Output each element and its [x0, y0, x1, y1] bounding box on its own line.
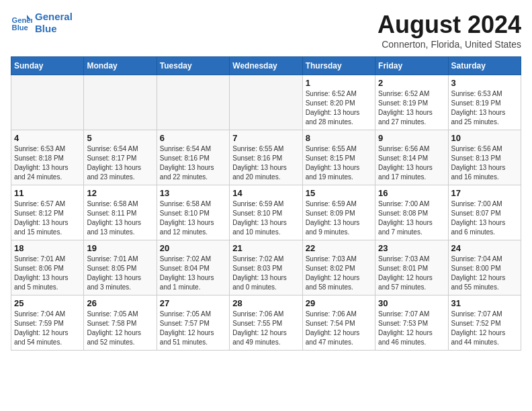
calendar-day-cell: 2Sunrise: 6:52 AMSunset: 8:19 PMDaylight…: [375, 75, 448, 130]
calendar-day-cell: 22Sunrise: 7:03 AMSunset: 8:02 PMDayligh…: [302, 240, 375, 295]
calendar-day-cell: 13Sunrise: 6:58 AMSunset: 8:10 PMDayligh…: [157, 185, 229, 240]
calendar-week-row: 18Sunrise: 7:01 AMSunset: 8:06 PMDayligh…: [11, 240, 521, 295]
calendar-day-cell: 7Sunrise: 6:55 AMSunset: 8:16 PMDaylight…: [230, 130, 302, 185]
calendar-day-cell: 25Sunrise: 7:04 AMSunset: 7:59 PMDayligh…: [11, 295, 84, 351]
day-info: Sunrise: 7:01 AMSunset: 8:05 PMDaylight:…: [87, 255, 153, 292]
day-number: 2: [378, 78, 445, 88]
day-info: Sunrise: 7:06 AMSunset: 7:55 PMDaylight:…: [232, 310, 299, 347]
day-info: Sunrise: 7:07 AMSunset: 7:53 PMDaylight:…: [378, 310, 445, 347]
calendar-day-cell: 9Sunrise: 6:56 AMSunset: 8:14 PMDaylight…: [375, 130, 448, 185]
calendar-day-cell: [11, 75, 84, 130]
day-info: Sunrise: 6:53 AMSunset: 8:18 PMDaylight:…: [14, 144, 81, 182]
day-info: Sunrise: 7:00 AMSunset: 8:07 PMDaylight:…: [451, 199, 518, 237]
calendar-day-cell: 23Sunrise: 7:03 AMSunset: 8:01 PMDayligh…: [375, 240, 448, 295]
day-number: 10: [451, 133, 518, 143]
svg-text:Blue: Blue: [12, 24, 28, 32]
calendar-day-cell: [230, 75, 302, 130]
calendar-day-cell: 31Sunrise: 7:07 AMSunset: 7:52 PMDayligh…: [448, 295, 521, 351]
day-info: Sunrise: 7:03 AMSunset: 8:01 PMDaylight:…: [378, 255, 445, 292]
day-info: Sunrise: 6:54 AMSunset: 8:17 PMDaylight:…: [87, 144, 153, 182]
day-number: 1: [306, 78, 372, 88]
calendar-day-cell: 5Sunrise: 6:54 AMSunset: 8:17 PMDaylight…: [84, 130, 157, 185]
calendar-day-cell: 4Sunrise: 6:53 AMSunset: 8:18 PMDaylight…: [11, 130, 84, 185]
svg-text:General: General: [12, 16, 32, 24]
calendar-day-cell: 19Sunrise: 7:01 AMSunset: 8:05 PMDayligh…: [84, 240, 157, 295]
calendar-day-cell: 10Sunrise: 6:56 AMSunset: 8:13 PMDayligh…: [448, 130, 521, 185]
logo-line2: Blue: [35, 23, 73, 35]
weekday-header-monday: Monday: [84, 57, 157, 75]
calendar-day-cell: 14Sunrise: 6:59 AMSunset: 8:10 PMDayligh…: [230, 185, 302, 240]
weekday-header-friday: Friday: [375, 57, 448, 75]
calendar-day-cell: [84, 75, 157, 130]
day-info: Sunrise: 6:52 AMSunset: 8:20 PMDaylight:…: [306, 89, 372, 127]
day-number: 6: [160, 133, 226, 143]
day-number: 26: [87, 298, 153, 308]
calendar-day-cell: 11Sunrise: 6:57 AMSunset: 8:12 PMDayligh…: [11, 185, 84, 240]
day-info: Sunrise: 7:05 AMSunset: 7:57 PMDaylight:…: [160, 310, 226, 347]
day-number: 13: [160, 188, 226, 198]
day-number: 29: [306, 298, 372, 308]
day-number: 17: [451, 188, 518, 198]
day-info: Sunrise: 6:55 AMSunset: 8:16 PMDaylight:…: [232, 144, 299, 182]
day-number: 30: [378, 298, 445, 308]
day-info: Sunrise: 6:54 AMSunset: 8:16 PMDaylight:…: [160, 144, 226, 182]
calendar-day-cell: 21Sunrise: 7:02 AMSunset: 8:03 PMDayligh…: [230, 240, 302, 295]
day-info: Sunrise: 6:56 AMSunset: 8:13 PMDaylight:…: [451, 144, 518, 182]
logo: General Blue General Blue: [11, 11, 73, 35]
calendar-day-cell: 3Sunrise: 6:53 AMSunset: 8:19 PMDaylight…: [448, 75, 521, 130]
weekday-header-sunday: Sunday: [11, 57, 84, 75]
day-number: 9: [378, 133, 445, 143]
calendar-day-cell: 26Sunrise: 7:05 AMSunset: 7:58 PMDayligh…: [84, 295, 157, 351]
weekday-header-saturday: Saturday: [448, 57, 521, 75]
calendar-day-cell: 24Sunrise: 7:04 AMSunset: 8:00 PMDayligh…: [448, 240, 521, 295]
day-info: Sunrise: 7:07 AMSunset: 7:52 PMDaylight:…: [451, 310, 518, 347]
logo-icon: General Blue: [11, 12, 32, 34]
day-info: Sunrise: 7:03 AMSunset: 8:02 PMDaylight:…: [306, 255, 372, 292]
day-number: 24: [451, 243, 518, 253]
day-info: Sunrise: 6:53 AMSunset: 8:19 PMDaylight:…: [451, 89, 518, 127]
day-info: Sunrise: 6:59 AMSunset: 8:10 PMDaylight:…: [232, 199, 299, 237]
day-number: 11: [14, 188, 81, 198]
day-info: Sunrise: 6:58 AMSunset: 8:11 PMDaylight:…: [87, 199, 153, 237]
day-info: Sunrise: 6:57 AMSunset: 8:12 PMDaylight:…: [14, 199, 81, 237]
calendar-day-cell: 20Sunrise: 7:02 AMSunset: 8:04 PMDayligh…: [157, 240, 229, 295]
day-info: Sunrise: 7:01 AMSunset: 8:06 PMDaylight:…: [14, 255, 81, 292]
day-number: 27: [160, 298, 226, 308]
month-year-title: August 2024: [378, 11, 521, 39]
day-number: 25: [14, 298, 81, 308]
day-number: 23: [378, 243, 445, 253]
calendar-day-cell: 12Sunrise: 6:58 AMSunset: 8:11 PMDayligh…: [84, 185, 157, 240]
day-number: 31: [451, 298, 518, 308]
day-number: 5: [87, 133, 153, 143]
day-info: Sunrise: 7:04 AMSunset: 7:59 PMDaylight:…: [14, 310, 81, 347]
day-info: Sunrise: 7:02 AMSunset: 8:04 PMDaylight:…: [160, 255, 226, 292]
logo-line1: General: [35, 11, 73, 23]
calendar-day-cell: 17Sunrise: 7:00 AMSunset: 8:07 PMDayligh…: [448, 185, 521, 240]
calendar-day-cell: 16Sunrise: 7:00 AMSunset: 8:08 PMDayligh…: [375, 185, 448, 240]
location-subtitle: Connerton, Florida, United States: [378, 39, 521, 50]
calendar-day-cell: [157, 75, 229, 130]
day-number: 3: [451, 78, 518, 88]
day-info: Sunrise: 7:05 AMSunset: 7:58 PMDaylight:…: [87, 310, 153, 347]
day-info: Sunrise: 7:00 AMSunset: 8:08 PMDaylight:…: [378, 199, 445, 237]
calendar-day-cell: 8Sunrise: 6:55 AMSunset: 8:15 PMDaylight…: [302, 130, 375, 185]
calendar-week-row: 11Sunrise: 6:57 AMSunset: 8:12 PMDayligh…: [11, 185, 521, 240]
day-info: Sunrise: 6:52 AMSunset: 8:19 PMDaylight:…: [378, 89, 445, 127]
calendar-day-cell: 15Sunrise: 6:59 AMSunset: 8:09 PMDayligh…: [302, 185, 375, 240]
day-number: 14: [232, 188, 299, 198]
calendar-day-cell: 29Sunrise: 7:06 AMSunset: 7:54 PMDayligh…: [302, 295, 375, 351]
day-number: 21: [232, 243, 299, 253]
calendar-week-row: 1Sunrise: 6:52 AMSunset: 8:20 PMDaylight…: [11, 75, 521, 130]
day-info: Sunrise: 7:06 AMSunset: 7:54 PMDaylight:…: [306, 310, 372, 347]
calendar-week-row: 25Sunrise: 7:04 AMSunset: 7:59 PMDayligh…: [11, 295, 521, 351]
weekday-header-wednesday: Wednesday: [230, 57, 302, 75]
day-number: 16: [378, 188, 445, 198]
day-number: 7: [232, 133, 299, 143]
day-number: 19: [87, 243, 153, 253]
day-info: Sunrise: 6:55 AMSunset: 8:15 PMDaylight:…: [306, 144, 372, 182]
calendar-day-cell: 30Sunrise: 7:07 AMSunset: 7:53 PMDayligh…: [375, 295, 448, 351]
calendar-day-cell: 6Sunrise: 6:54 AMSunset: 8:16 PMDaylight…: [157, 130, 229, 185]
calendar-table: SundayMondayTuesdayWednesdayThursdayFrid…: [11, 56, 521, 351]
day-number: 8: [306, 133, 372, 143]
day-number: 22: [306, 243, 372, 253]
